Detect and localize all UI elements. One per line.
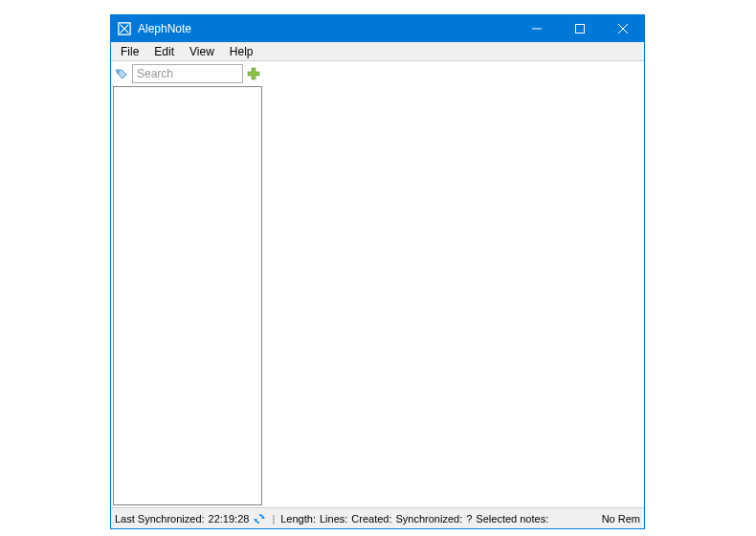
menubar: File Edit View Help: [111, 42, 644, 61]
sync-icon[interactable]: [253, 512, 266, 525]
note-list[interactable]: [113, 86, 262, 505]
status-separator: |: [272, 513, 275, 525]
remote-label: No Rem: [602, 513, 640, 525]
menu-help[interactable]: Help: [222, 44, 261, 59]
last-sync-value: 22:19:28: [209, 513, 250, 525]
synchronized-label: Synchronized:: [396, 513, 463, 525]
synchronized-value: ?: [466, 513, 472, 525]
menu-file[interactable]: File: [113, 44, 146, 59]
search-input[interactable]: [132, 64, 243, 83]
maximize-button[interactable]: [558, 15, 601, 42]
tag-icon[interactable]: [113, 65, 130, 82]
add-note-button[interactable]: [245, 65, 262, 82]
last-sync-label: Last Synchronized:: [115, 513, 205, 525]
length-label: Length:: [280, 513, 316, 525]
editor-area[interactable]: [264, 61, 644, 507]
close-button[interactable]: [601, 15, 644, 42]
created-label: Created:: [351, 513, 391, 525]
svg-point-7: [118, 71, 120, 73]
app-window: AlephNote File Edit View Help: [110, 14, 645, 529]
search-row: [113, 63, 262, 84]
content-area: [111, 61, 644, 507]
svg-rect-4: [575, 25, 584, 34]
minimize-button[interactable]: [515, 15, 558, 42]
menu-edit[interactable]: Edit: [146, 44, 182, 59]
sidebar: [111, 61, 264, 507]
app-icon: [117, 21, 132, 36]
titlebar[interactable]: AlephNote: [111, 15, 644, 42]
svg-rect-11: [249, 73, 259, 76]
menu-view[interactable]: View: [182, 44, 222, 59]
lines-label: Lines:: [320, 513, 347, 525]
window-title: AlephNote: [138, 22, 515, 35]
window-controls: [515, 15, 644, 42]
selected-notes-label: Selected notes:: [476, 513, 548, 525]
statusbar: Last Synchronized: 22:19:28 | Length: Li…: [111, 507, 644, 528]
